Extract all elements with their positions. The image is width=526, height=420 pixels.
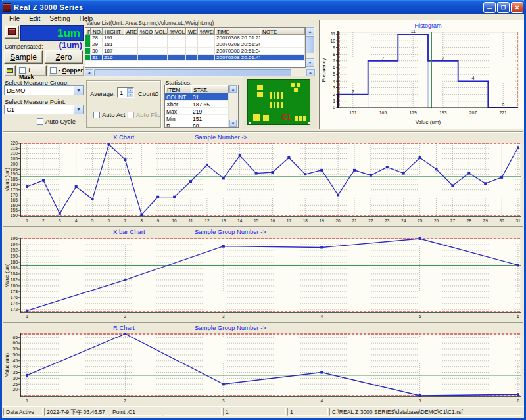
svg-text:192: 192 [11,248,18,252]
column-header[interactable]: ITEM [165,85,191,93]
mask-checkbox[interactable]: + Mask [17,65,47,76]
spin-up-icon[interactable]: ▲ [127,88,133,93]
scroll-up-icon[interactable]: ▲ [306,27,314,35]
stat-row[interactable]: Max219 [165,108,238,115]
svg-text:193: 193 [439,110,447,115]
scroll-up-icon[interactable]: ▲ [229,85,237,93]
measure-point-select[interactable]: C1 ▼ [4,105,84,114]
measure-group-select[interactable]: DEMO ▼ [4,85,84,95]
table-cell [168,48,186,55]
auto-act-box[interactable] [93,112,100,118]
svg-text:11: 11 [189,218,193,223]
svg-text:22: 22 [368,218,373,223]
table-row[interactable]: 3018720070308 20:51:34 [85,48,305,55]
column-header[interactable]: NO. [91,28,103,35]
svg-text:4: 4 [75,218,78,223]
svg-text:174: 174 [11,301,18,306]
column-header[interactable]: %VOLU. [168,28,186,35]
table-cell [124,48,138,55]
svg-text:6: 6 [517,398,519,403]
auto-act-checkbox[interactable]: Auto Act [93,111,125,118]
table-cell [153,55,168,61]
column-header[interactable]: STAT. [191,85,229,93]
count-value: 0 [155,90,158,97]
statistics-scrollbar[interactable]: ▲ ▼ [229,85,238,127]
svg-text:55: 55 [12,346,18,351]
table-row[interactable]: 3121620070308 20:51:47 [85,55,305,61]
stat-row[interactable]: R68 [165,122,238,128]
copper-checkbox-box[interactable] [50,67,57,74]
vscroll-thumb[interactable] [306,36,314,53]
copper-checkbox[interactable]: - Copper [48,65,84,76]
stat-cell: Max [165,108,191,115]
r-chart: 20253035404550556065123456Value (um) [3,332,523,406]
column-header[interactable]: P [85,28,91,35]
auto-cycle-box[interactable] [37,118,43,125]
svg-text:24: 24 [401,218,406,223]
column-header[interactable]: %COV.. [138,28,153,35]
column-header[interactable]: WEI.. [186,28,198,35]
column-header[interactable]: AREA [124,28,138,35]
column-header[interactable]: TIME [215,28,260,35]
table-cell [260,48,305,55]
chevron-down-icon[interactable]: ▼ [74,105,83,114]
table-cell [260,35,305,41]
svg-text:2: 2 [333,92,335,97]
x-chart-title: X Chart [113,133,134,141]
scroll-down-icon[interactable]: ▼ [306,58,314,67]
svg-text:20: 20 [335,218,341,223]
stat-row[interactable]: COUNT31 [165,93,238,101]
scroll-down-icon[interactable]: ▼ [229,120,237,127]
table-cell: 191 [103,35,124,41]
pass-indicator [85,55,91,61]
svg-text:9: 9 [333,45,335,50]
sample-button[interactable]: Sample [4,50,43,64]
svg-text:195: 195 [11,167,18,172]
statistics-header-row: ITEMSTAT. [165,85,238,93]
xbar-chart: 1721741761781801821841861881901921941961… [3,237,523,321]
svg-text:21: 21 [352,218,357,223]
measure-display: 1um [20,25,84,41]
maximize-button[interactable]: ❐ [497,2,510,13]
minimize-button[interactable]: — [483,2,496,13]
column-header[interactable]: VOL.. [153,28,168,35]
table-cell: 181 [103,41,124,48]
average-spinner[interactable]: 1 ▲ ▼ [117,87,134,98]
svg-text:182: 182 [11,277,18,282]
scroll-left-icon[interactable]: ◄ [85,69,93,76]
close-button[interactable]: ✕ [511,2,523,13]
average-value: 1 [120,89,123,96]
table-cell [124,41,138,48]
table-cell [138,35,153,41]
svg-text:184: 184 [11,271,18,276]
svg-text:188: 188 [11,260,18,264]
column-header[interactable]: NOTE [260,28,305,35]
x-chart: 1501551601651701751801851901952002052102… [3,141,523,225]
auto-act-label: Auto Act [102,111,125,118]
stat-row[interactable]: Min151 [165,115,238,122]
auto-cycle-checkbox[interactable]: Auto Cycle [37,118,76,125]
chevron-down-icon[interactable]: ▼ [74,86,83,95]
auto-flip-checkbox: Auto Flip [128,111,161,118]
stat-row[interactable]: Xbar187.65 [165,101,238,108]
value-list-vscrollbar[interactable]: ▲ ▼ [306,27,316,68]
svg-text:8: 8 [140,218,143,223]
x-chart-block: X Chart Sample Number -> 150155160165170… [3,131,523,225]
table-row[interactable]: 2918120070308 20:51:30 [85,41,305,48]
image-mode-button[interactable] [4,65,16,76]
svg-text:3: 3 [222,314,225,319]
svg-text:196: 196 [11,237,18,241]
svg-text:4: 4 [320,398,323,403]
column-header[interactable]: %WEIG. [198,28,215,35]
column-header[interactable]: HIGHT [103,28,124,35]
mask-checkbox-box[interactable] [19,67,26,74]
compensated-label: Compensated: [5,43,43,50]
svg-text:1: 1 [333,99,335,103]
value-list-caption: Value List(Unit: Area:Sq.mm,Volume:uL,We… [86,20,214,26]
device-button[interactable] [5,26,19,39]
spin-down-icon[interactable]: ▼ [127,93,133,97]
svg-text:25: 25 [418,218,423,223]
zero-button[interactable]: Zero [45,50,83,64]
svg-text:207: 207 [469,110,477,115]
table-row[interactable]: 2819120070308 20:51:25 [85,35,305,41]
